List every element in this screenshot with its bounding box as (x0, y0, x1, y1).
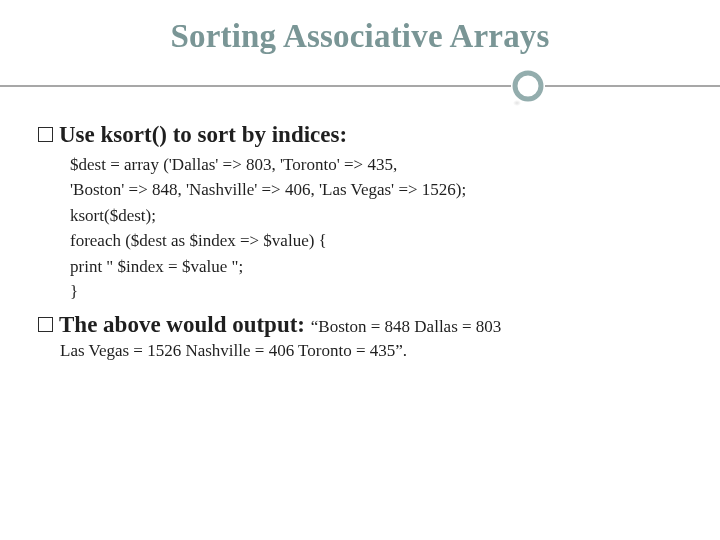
slide: Sorting Associative Arrays Use ksort() t… (0, 0, 720, 540)
bullet-2-heading: The above would output: “Boston = 848 Da… (59, 311, 501, 339)
code-line: $dest = array ('Dallas' => 803, 'Toronto… (70, 152, 682, 178)
code-block: $dest = array ('Dallas' => 803, 'Toronto… (70, 152, 682, 305)
bullet-item-1: Use ksort() to sort by indices: (38, 121, 682, 149)
circle-divider-icon (511, 69, 545, 103)
svg-point-0 (515, 73, 541, 99)
bullet-1-heading: Use ksort() to sort by indices: (59, 121, 347, 149)
bullet-item-2: The above would output: “Boston = 848 Da… (38, 311, 682, 339)
output-continuation: Las Vegas = 1526 Nashville = 406 Toronto… (60, 339, 682, 364)
code-line: } (70, 279, 682, 305)
code-line: print " $index = $value "; (70, 254, 682, 280)
content-area: Use ksort() to sort by indices: $dest = … (34, 121, 686, 364)
square-bullet-icon (38, 317, 53, 332)
bullet-2-heading-text: The above would output: (59, 312, 305, 337)
output-inline: “Boston = 848 Dallas = 803 (311, 317, 502, 336)
square-bullet-icon (38, 127, 53, 142)
code-line: ksort($dest); (70, 203, 682, 229)
code-line: foreach ($dest as $index => $value) { (70, 228, 682, 254)
horizontal-rule (0, 85, 720, 87)
slide-title: Sorting Associative Arrays (34, 18, 686, 55)
divider (34, 69, 686, 105)
title-wrap: Sorting Associative Arrays (34, 18, 686, 55)
code-line: 'Boston' => 848, 'Nashville' => 406, 'La… (70, 177, 682, 203)
